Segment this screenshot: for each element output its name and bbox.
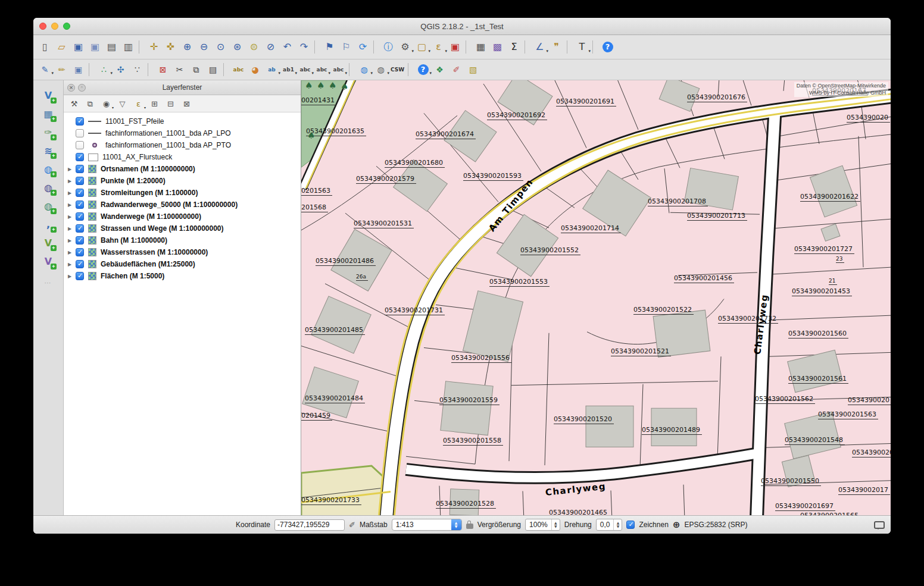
pan-map-button[interactable]: ✛ ▾ xyxy=(146,39,162,55)
expand-arrow-icon[interactable]: ▶ xyxy=(67,262,73,267)
select-features-button[interactable]: ▢ ▾ xyxy=(414,39,430,55)
help-button[interactable]: ? ▾ xyxy=(600,39,616,55)
current-edits-button[interactable]: ✎ ▾ xyxy=(37,62,53,77)
layer-item[interactable]: ▶ Flächen (M 1:5000) xyxy=(64,270,301,282)
layer-checkbox[interactable] xyxy=(76,248,84,256)
layer-item[interactable]: 11001_AX_Flurstueck xyxy=(64,151,301,163)
new-composer-button[interactable]: ▤ ▾ xyxy=(104,39,120,55)
layer-checkbox[interactable] xyxy=(76,212,84,221)
new-project-button[interactable]: ▯ ▾ xyxy=(37,39,53,55)
messages-icon[interactable] xyxy=(874,521,885,529)
layer-checkbox[interactable] xyxy=(76,129,84,137)
layer-item[interactable]: ▶ Strassen und Wege (M 1:100000000) xyxy=(64,223,301,234)
zoom-to-layer-button[interactable]: ⊘ ▾ xyxy=(263,39,279,55)
layer-checkbox[interactable] xyxy=(76,177,84,185)
csw-button[interactable]: CSW ▾ xyxy=(389,62,405,77)
map-tips-button[interactable]: ❞ ▾ xyxy=(548,39,564,55)
zoom-last-button[interactable]: ↶ ▾ xyxy=(279,39,295,55)
open-attribute-table-button[interactable]: ▦ ▾ xyxy=(473,39,489,55)
remove-layer-button[interactable]: ⊠ ▾ xyxy=(179,97,194,110)
feature-action-button[interactable]: ⚙ ▾ xyxy=(397,39,413,55)
add-feature-button[interactable]: ∴ ▾ xyxy=(96,62,112,77)
toggle-editing-button[interactable]: ✏ ▾ xyxy=(54,62,70,77)
label-ab1-button[interactable]: ab1 ▾ xyxy=(280,62,296,77)
layer-item[interactable]: ▶ Punkte (M 1:20000) xyxy=(64,175,301,187)
new-shapefile-button[interactable]: V + xyxy=(39,235,57,252)
web-globe-button[interactable]: ◍ ▾ xyxy=(356,62,372,77)
save-project-as-button[interactable]: ▣ ▾ xyxy=(87,39,103,55)
highlight-labels-button[interactable]: ◕ ▾ xyxy=(247,62,263,77)
node-tool-button[interactable]: ∵ ▾ xyxy=(129,62,145,77)
layer-item[interactable]: ▶ Wanderwege (M 1:100000000) xyxy=(64,211,301,223)
label-move-button[interactable]: abc ▾ xyxy=(297,62,313,77)
expand-all-button[interactable]: ⊞ ▾ xyxy=(147,97,162,110)
add-raster-layer-button[interactable]: ▦ + xyxy=(39,106,57,123)
select-by-expression-button[interactable]: ε ▾ xyxy=(430,39,447,55)
layer-checkbox[interactable] xyxy=(76,153,84,161)
label-rotate-button[interactable]: abc ▾ xyxy=(314,62,330,77)
layer-item[interactable]: ▶ Ortsnamen (M 1:100000000) xyxy=(64,163,301,175)
metasearch-globe-button[interactable]: ◍ ▾ xyxy=(373,62,389,77)
zoom-out-button[interactable]: ⊖ ▾ xyxy=(196,39,212,55)
zoom-next-button[interactable]: ↷ ▾ xyxy=(296,39,312,55)
composer-manager-button[interactable]: ▥ ▾ xyxy=(120,39,136,55)
collapse-all-button[interactable]: ⊟ ▾ xyxy=(163,97,178,110)
expand-arrow-icon[interactable]: ▶ xyxy=(67,202,73,208)
layer-item[interactable]: fachinformationen_11001_bda AP_PTO xyxy=(64,139,301,151)
text-annotation-button[interactable]: T ▾ xyxy=(574,39,590,55)
filter-legend-button[interactable]: ▽ ▾ xyxy=(115,97,130,110)
measure-button[interactable]: ∠ ▾ xyxy=(532,39,548,55)
expand-arrow-icon[interactable]: ▶ xyxy=(67,226,73,231)
dock-handle[interactable]: ⋯ xyxy=(45,279,52,287)
open-project-button[interactable]: ▱ ▾ xyxy=(54,39,70,55)
label-change-button[interactable]: abc ▾ xyxy=(330,62,346,77)
expand-arrow-icon[interactable]: ▶ xyxy=(67,238,73,243)
paste-features-button[interactable]: ▤ ▾ xyxy=(205,62,221,77)
zoom-native-button[interactable]: ⊙ ▾ xyxy=(213,39,229,55)
pan-to-selection-button[interactable]: ✜ ▾ xyxy=(163,39,179,55)
map-canvas[interactable]: 0020143105343900201635053439002016740534… xyxy=(301,80,891,515)
add-wms-layer-button[interactable]: ◍ + xyxy=(39,161,57,178)
save-project-button[interactable]: ▣ ▾ xyxy=(70,39,86,55)
expand-arrow-icon[interactable]: ▶ xyxy=(67,190,73,196)
crs-label[interactable]: EPSG:25832 (SRP) xyxy=(684,521,747,529)
add-wcs-layer-button[interactable]: ◍ + xyxy=(39,180,57,196)
scale-combo[interactable]: 1:413 ▲▼ xyxy=(392,519,462,531)
expand-arrow-icon[interactable]: ▶ xyxy=(67,274,73,279)
add-vector-layer-button[interactable]: V + xyxy=(39,87,57,104)
close-window-button[interactable] xyxy=(39,23,46,30)
layer-checkbox[interactable] xyxy=(76,141,84,149)
quickmap-services-button[interactable]: ❖ ▾ xyxy=(432,62,448,77)
layer-checkbox[interactable] xyxy=(76,272,84,280)
panel-close-button[interactable]: × xyxy=(67,84,75,92)
layer-checkbox[interactable] xyxy=(76,189,84,197)
layer-checkbox[interactable] xyxy=(76,236,84,245)
filter-expression-button[interactable]: ε ▾ xyxy=(131,97,146,110)
delete-selected-button[interactable]: ⊠ ▾ xyxy=(155,62,171,77)
panel-float-button[interactable]: ◦ xyxy=(78,84,86,92)
zoom-window-button[interactable] xyxy=(63,23,70,30)
add-spatialite-layer-button[interactable]: ✑ + xyxy=(39,124,57,141)
raster-plugin-button[interactable]: ▧ ▾ xyxy=(465,62,481,77)
scale-lock-icon[interactable] xyxy=(466,524,473,529)
save-layer-edits-button[interactable]: ▣ ▾ xyxy=(70,62,86,77)
crs-status-icon[interactable]: ⊕ xyxy=(673,519,680,530)
expand-arrow-icon[interactable]: ▶ xyxy=(67,167,73,172)
render-checkbox[interactable] xyxy=(626,521,635,529)
copy-features-button[interactable]: ⧉ ▾ xyxy=(188,62,204,77)
layer-checkbox[interactable] xyxy=(76,260,84,268)
layer-checkbox[interactable] xyxy=(76,224,84,233)
stepper-arrows-icon[interactable]: ▲▼ xyxy=(551,519,560,530)
zoom-in-button[interactable]: ⊕ ▾ xyxy=(179,39,195,55)
magnifier-spinbox[interactable]: 100% ▲▼ xyxy=(525,519,560,531)
new-bookmark-button[interactable]: ⚑ ▾ xyxy=(321,39,338,55)
move-feature-button[interactable]: ✣ ▾ xyxy=(113,62,129,77)
layer-item[interactable]: ▶ Wasserstrassen (M 1:10000000) xyxy=(64,246,301,258)
minimize-window-button[interactable] xyxy=(51,23,58,30)
osm-editor-button[interactable]: ✐ ▾ xyxy=(448,62,464,77)
statistics-button[interactable]: Σ ▾ xyxy=(506,39,522,55)
layer-item[interactable]: ▶ Stromleitungen (M 1:100000) xyxy=(64,187,301,199)
layer-item[interactable]: ▶ Bahn (M 1:1000000) xyxy=(64,234,301,246)
expand-arrow-icon[interactable]: ▶ xyxy=(67,214,73,220)
stepper-arrows-icon[interactable]: ▲▼ xyxy=(613,519,622,530)
